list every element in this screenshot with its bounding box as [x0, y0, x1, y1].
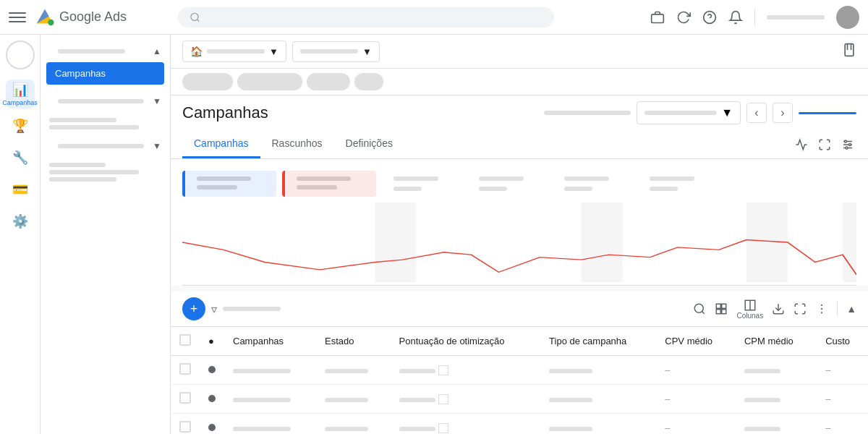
table-header-row: ● Campanhas Estado Pontuação de otimizaç… — [171, 327, 868, 356]
sub-pill-2[interactable] — [237, 73, 302, 90]
panel-sub-line-4 — [49, 170, 139, 174]
content-area: 🏠 ▼ ▼ Campanhas — [171, 35, 868, 434]
th-cpv[interactable]: CPV médio — [656, 327, 736, 356]
cell-tipo-2 — [549, 398, 592, 402]
filter-icon[interactable]: ▿ — [211, 302, 217, 316]
status-dot-3 — [208, 424, 216, 431]
metric-other-line-4a — [650, 176, 694, 181]
cell-pontuacao-1 — [399, 369, 435, 373]
download-icon[interactable] — [772, 302, 785, 315]
date-dropdown[interactable]: ▼ — [637, 101, 741, 124]
svg-point-27 — [821, 308, 822, 310]
select-all-checkbox[interactable] — [179, 334, 191, 346]
th-tipo[interactable]: Tipo de campanha — [540, 327, 656, 356]
svg-line-4 — [197, 19, 199, 21]
tab-rascunhos[interactable]: Rascunhos — [260, 130, 334, 158]
expand-icon[interactable] — [793, 302, 807, 315]
panel-header-2[interactable]: ▼ — [41, 90, 170, 112]
add-button[interactable]: + — [182, 297, 205, 320]
account-dropdown[interactable]: 🏠 ▼ — [182, 41, 286, 62]
chart-highlight-4 — [843, 203, 856, 282]
tools-icon: 🔧 — [12, 150, 28, 166]
sidebar-item-campanhas[interactable]: 📊 Campanhas — [6, 80, 35, 109]
panel-nav-campanhas[interactable]: Campanhas — [46, 62, 164, 85]
table-row: – – — [171, 385, 868, 414]
th-campanhas[interactable]: Campanhas — [224, 327, 316, 356]
help-icon[interactable] — [702, 10, 717, 25]
fullscreen-icon[interactable] — [816, 136, 833, 153]
status-dot-2 — [208, 395, 216, 402]
cell-pontuacao-3 — [399, 427, 435, 431]
th-custo[interactable]: Custo — [817, 327, 868, 356]
cell-icon-3 — [438, 423, 448, 433]
dropdown-arrow-1: ▼ — [269, 46, 278, 57]
svg-point-26 — [821, 305, 822, 306]
filter-sliders-icon[interactable] — [839, 136, 856, 153]
date-dropdown-line — [644, 111, 717, 115]
th-estado[interactable]: Estado — [316, 327, 391, 356]
th-cpm[interactable]: CPM médio — [736, 327, 817, 356]
refresh-icon[interactable] — [676, 10, 691, 25]
row-checkbox-3[interactable] — [179, 421, 191, 433]
cell-name-1 — [233, 369, 291, 373]
svg-rect-8 — [845, 44, 854, 56]
cell-pontuacao-2 — [399, 398, 435, 402]
cell-estado-3 — [325, 427, 368, 431]
dropdown-line-2 — [300, 49, 358, 54]
cell-cpm-1 — [744, 369, 780, 373]
svg-rect-20 — [722, 304, 726, 308]
sidebar-item-goals[interactable]: 🏆 — [6, 111, 35, 140]
hamburger-menu[interactable] — [9, 9, 26, 26]
line-chart-icon[interactable] — [793, 136, 810, 153]
svg-point-2 — [48, 19, 54, 25]
metric-card-2 — [282, 171, 376, 197]
search-input[interactable] — [206, 12, 542, 23]
filter-line — [223, 307, 281, 311]
row-checkbox-1[interactable] — [179, 363, 191, 375]
table-row: – – — [171, 356, 868, 385]
create-button[interactable] — [6, 41, 35, 69]
panel-header-line-2 — [58, 99, 144, 103]
chevron-down-icon-2: ▼ — [153, 141, 161, 151]
briefcase-icon[interactable] — [650, 10, 665, 25]
content-topbar: 🏠 ▼ ▼ — [171, 35, 868, 69]
cell-tipo-3 — [549, 427, 592, 431]
panel-header-3[interactable]: ▼ — [41, 135, 170, 157]
cell-cpv-1: – — [665, 365, 670, 375]
cell-cpm-3 — [744, 427, 780, 431]
chevron-down-icon-1: ▼ — [153, 96, 161, 106]
save-icon[interactable] — [842, 43, 856, 57]
header-right: ▼ ‹ › — [544, 101, 856, 124]
bell-icon[interactable] — [728, 10, 743, 25]
sidebar-item-tools[interactable]: 🔧 — [6, 143, 35, 172]
scroll-up-icon[interactable]: ▲ — [846, 303, 856, 315]
tab-campanhas[interactable]: Campanhas — [182, 130, 260, 158]
search-bar[interactable] — [178, 7, 554, 27]
sidebar: 📊 Campanhas 🏆 🔧 💳 ⚙️ — [0, 35, 41, 434]
metric-line-1b — [197, 185, 237, 190]
sub-pill-3[interactable] — [307, 73, 350, 90]
tab-definicoes[interactable]: Definições — [334, 130, 404, 158]
metric-other-line-2b — [479, 187, 507, 191]
cell-icon-2 — [438, 394, 448, 404]
sub-pill-4[interactable] — [354, 73, 383, 90]
panel-header-1[interactable]: ▲ — [41, 41, 170, 62]
more-options-icon[interactable] — [815, 302, 828, 315]
panel-sub-line-2 — [49, 125, 139, 129]
rows-icon[interactable] — [715, 302, 728, 315]
cell-cpm-2 — [744, 398, 780, 402]
prev-arrow[interactable]: ‹ — [746, 103, 767, 123]
chart-highlight-1 — [375, 203, 416, 282]
row-checkbox-2[interactable] — [179, 392, 191, 404]
cell-estado-1 — [325, 369, 368, 373]
th-pontuacao[interactable]: Pontuação de otimização — [391, 327, 541, 356]
next-arrow[interactable]: › — [773, 103, 793, 123]
search-toolbar-icon[interactable] — [693, 302, 706, 315]
columns-icon[interactable]: Colunas — [736, 299, 763, 320]
avatar[interactable] — [836, 6, 859, 29]
metric-other-line-1b — [393, 187, 422, 191]
sidebar-item-settings[interactable]: ⚙️ — [6, 207, 35, 236]
sub-pill-1[interactable] — [182, 73, 233, 90]
sub-account-dropdown[interactable]: ▼ — [292, 41, 380, 62]
sidebar-item-billing[interactable]: 💳 — [6, 175, 35, 204]
